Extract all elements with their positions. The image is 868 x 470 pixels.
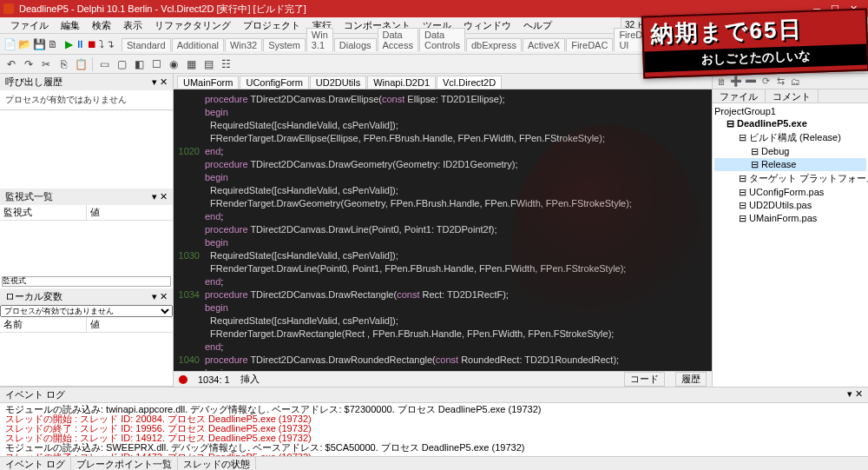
app-icon: [3, 3, 14, 14]
project-tree[interactable]: ProjectGroup1⊟ DeadlineP5.exe⊟ ビルド構成 (Re…: [713, 103, 868, 227]
editor-tabs: UMainForm UConfigForm UD2DUtils Winapi.D…: [174, 74, 712, 89]
palette-tab[interactable]: Win32: [225, 38, 262, 51]
pause-icon[interactable]: ⏸: [75, 36, 85, 52]
cut-icon[interactable]: ✂: [38, 56, 54, 72]
right-tab-file[interactable]: ファイル: [713, 89, 766, 103]
locals-header[interactable]: ローカル変数▾ ✕: [0, 288, 173, 305]
step-into-icon[interactable]: ↴: [106, 36, 115, 52]
event-log[interactable]: モジュールの読み込み: twinapi.appcore.dll. デバッグ情報な…: [0, 403, 868, 456]
locals-columns: 名前値: [0, 317, 173, 333]
step-over-icon[interactable]: ⤵: [99, 36, 104, 52]
palette-tab[interactable]: Data Controls: [419, 28, 465, 51]
modified-icon: [179, 375, 187, 384]
component-icon[interactable]: ◉: [166, 56, 181, 72]
palette-tab[interactable]: Dialogs: [334, 38, 377, 51]
messages-panel: イベント ログ▾ ✕ モジュールの読み込み: twinapi.appcore.d…: [0, 387, 868, 470]
process-select[interactable]: プロセスが有効ではありません: [0, 305, 173, 317]
saveall-icon[interactable]: 🗎: [48, 36, 58, 52]
watch-filter-input[interactable]: [2, 276, 171, 287]
component-icon[interactable]: ▦: [183, 56, 199, 72]
editor-status-bar: 1034: 1 挿入 コード 履歴: [174, 371, 712, 387]
tree-node[interactable]: ⊟ UMainForm.pas: [714, 212, 866, 225]
palette-tab[interactable]: Standard: [122, 38, 171, 51]
callstack-body: プロセスが有効ではありません: [0, 90, 173, 109]
component-icon[interactable]: ◧: [131, 56, 147, 72]
window-title: DeadlineP5 - Delphi 10.1 Berlin - Vcl.Di…: [19, 3, 306, 16]
menu-item[interactable]: 検索: [87, 17, 116, 34]
component-icon[interactable]: ▢: [114, 56, 129, 72]
palette-tab[interactable]: ActiveX: [523, 38, 565, 51]
palette-tab[interactable]: FireDAC: [566, 38, 613, 51]
palette-tab[interactable]: Additional: [172, 38, 224, 51]
open-icon[interactable]: 📂: [18, 36, 31, 52]
proj-tool-icon[interactable]: ➕: [730, 76, 742, 87]
editor-tab[interactable]: UD2DUtils: [310, 76, 366, 89]
project-toolbar: 🗎➕➖⟳⇆🗂: [713, 74, 868, 89]
editor-tab[interactable]: UMainForm: [177, 76, 239, 89]
palette-tab[interactable]: Data Access: [378, 28, 418, 51]
deadline-banner: 納期まで65日 おしごとたのしいな: [641, 8, 868, 78]
tree-node[interactable]: ⊟ UD2DUtils.pas: [714, 199, 866, 212]
view-tab-history[interactable]: 履歴: [675, 372, 707, 387]
copy-icon[interactable]: ⎘: [56, 56, 71, 72]
log-header[interactable]: イベント ログ▾ ✕: [0, 387, 868, 403]
undo-icon[interactable]: ↶: [3, 56, 19, 72]
tree-node[interactable]: ⊟ UConfigForm.pas: [714, 186, 866, 199]
menu-item[interactable]: 編集: [56, 17, 85, 34]
editor: UMainForm UConfigForm UD2DUtils Winapi.D…: [174, 74, 712, 387]
cursor-position: 1034: 1: [198, 374, 230, 385]
component-icon[interactable]: ▤: [201, 56, 216, 72]
proj-tool-icon[interactable]: 🗂: [789, 76, 801, 87]
component-icon[interactable]: ▭: [96, 56, 112, 72]
menu-item[interactable]: リファクタリング: [149, 17, 236, 34]
new-icon[interactable]: 📄: [3, 36, 16, 52]
tree-node[interactable]: ⊟ Release: [714, 158, 866, 171]
tree-node[interactable]: ProjectGroup1: [714, 105, 866, 117]
component-icon[interactable]: ☷: [218, 56, 233, 72]
project-manager: 🗎➕➖⟳⇆🗂 ファイル コメント ProjectGroup1⊟ Deadline…: [712, 74, 868, 387]
menu-item[interactable]: ヘルプ: [518, 17, 557, 34]
editor-tab-active[interactable]: Vcl.Direct2D: [437, 76, 502, 89]
watch-columns: 監視式値: [0, 205, 173, 221]
editor-tab[interactable]: UConfigForm: [240, 76, 308, 89]
insert-mode: 挿入: [240, 373, 260, 386]
tree-node[interactable]: ⊟ DeadlineP5.exe: [714, 117, 866, 130]
menu-item[interactable]: プロジェクト: [238, 17, 306, 34]
palette-tab[interactable]: dbExpress: [466, 38, 522, 51]
bottom-tab[interactable]: スレッドの状態: [178, 457, 256, 470]
menu-item[interactable]: ウィンドウ: [458, 17, 516, 34]
tree-node[interactable]: ⊟ ターゲット プラットフォーム ...: [714, 171, 866, 186]
watch-header[interactable]: 監視式一覧▾ ✕: [0, 189, 173, 205]
proj-tool-icon[interactable]: 🗎: [715, 76, 727, 87]
run-icon[interactable]: ▶: [65, 36, 73, 52]
palette-tab[interactable]: System: [263, 38, 306, 51]
tree-node[interactable]: ⊟ ビルド構成 (Release): [714, 130, 866, 145]
callstack-header[interactable]: 呼び出し履歴▾ ✕: [0, 74, 173, 90]
right-tab-comment[interactable]: コメント: [766, 89, 819, 103]
proj-tool-icon[interactable]: ➖: [745, 76, 757, 87]
view-tab-code[interactable]: コード: [624, 372, 665, 387]
stop-icon[interactable]: ⏹: [87, 36, 97, 52]
left-dock: 呼び出し履歴▾ ✕ プロセスが有効ではありません 監視式一覧▾ ✕ 監視式値 ロ…: [0, 74, 174, 387]
proj-tool-icon[interactable]: ⟳: [760, 76, 772, 87]
editor-tab[interactable]: Winapi.D2D1: [367, 76, 436, 89]
decorative-overlay: [512, 124, 703, 350]
paste-icon[interactable]: 📋: [73, 56, 89, 72]
palette-tab[interactable]: Win 3.1: [306, 28, 333, 51]
redo-icon[interactable]: ↷: [21, 56, 36, 72]
menu-item[interactable]: 表示: [118, 17, 148, 34]
proj-tool-icon[interactable]: ⇆: [774, 76, 786, 87]
save-icon[interactable]: 💾: [33, 36, 46, 52]
tree-node[interactable]: ⊟ Debug: [714, 145, 866, 158]
bottom-tab[interactable]: ブレークポイント一覧: [71, 457, 178, 470]
component-icon[interactable]: ☐: [148, 56, 164, 72]
code-editor[interactable]: procedure TDirect2DCanvas.DrawEllipse(co…: [174, 89, 712, 371]
menu-item[interactable]: ファイル: [5, 17, 54, 34]
bottom-tab[interactable]: イベント ログ: [0, 457, 71, 470]
